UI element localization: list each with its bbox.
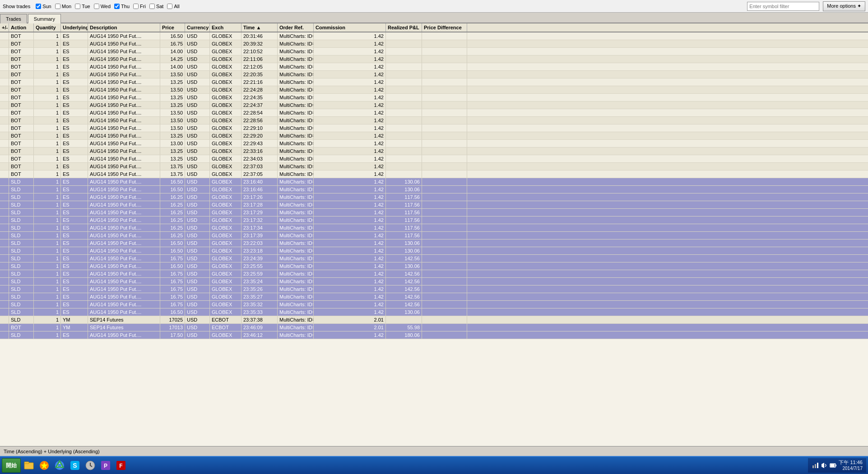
start-button[interactable]: 開始 (2, 458, 21, 473)
table-row[interactable]: SLD1ESAUG14 1950 Put Fut....16.50USDGLOB… (0, 178, 868, 186)
toolbar: Show trades Sun Mon Tue Wed Thu Fri Sat … (0, 0, 868, 13)
volume-icon (821, 462, 828, 469)
svg-rect-16 (817, 463, 818, 468)
col-order-ref[interactable]: Order Ref. (278, 23, 314, 32)
table-row[interactable]: SLD1ESAUG14 1950 Put Fut....16.25USDGLOB… (0, 201, 868, 209)
checkbox-thu[interactable]: Thu (114, 4, 130, 9)
table-row[interactable]: SLD1ESAUG14 1950 Put Fut....16.50USDGLOB… (0, 308, 868, 316)
table-row[interactable]: BOT1ESAUG14 1950 Put Fut....13.50USDGLOB… (0, 86, 868, 94)
table-row[interactable]: SLD1ESAUG14 1950 Put Fut....16.75USDGLOB… (0, 285, 868, 293)
col-price-diff[interactable]: Price Difference (422, 23, 467, 32)
data-rows-container: BOT1ESAUG14 1950 Put Fut....16.50USDGLOB… (0, 32, 868, 339)
checkbox-fri[interactable]: Fri (133, 4, 146, 9)
table-row[interactable]: SLD1ESAUG14 1950 Put Fut....16.75USDGLOB… (0, 255, 868, 262)
table-row[interactable]: BOT1ESAUG14 1950 Put Fut....13.25USDGLOB… (0, 94, 868, 101)
table-row[interactable]: BOT1ESAUG14 1950 Put Fut....13.50USDGLOB… (0, 124, 868, 132)
main-window: Show trades Sun Mon Tue Wed Thu Fri Sat … (0, 0, 868, 474)
col-realized-pnl[interactable]: Realized P&L (386, 23, 422, 32)
table-row[interactable]: BOT1ESAUG14 1950 Put Fut....13.75USDGLOB… (0, 163, 868, 170)
clock-time: 下午 11:46 (839, 459, 863, 465)
more-options-button[interactable]: More options ✦ (823, 1, 865, 11)
taskbar-icon-chrome[interactable] (52, 458, 67, 473)
table-row[interactable]: BOT1ESAUG14 1950 Put Fut....13.25USDGLOB… (0, 155, 868, 163)
system-tray: 下午 11:46 2014/7/17 (808, 458, 866, 473)
table-row[interactable]: BOT1ESAUG14 1950 Put Fut....13.50USDGLOB… (0, 117, 868, 124)
svg-rect-15 (815, 464, 816, 468)
col-description[interactable]: Description (88, 23, 160, 32)
table-row[interactable]: BOT1ESAUG14 1950 Put Fut....14.25USDGLOB… (0, 55, 868, 63)
clock: 下午 11:46 2014/7/17 (839, 459, 863, 472)
col-commission[interactable]: Commission (314, 23, 386, 32)
svg-text:F: F (119, 463, 122, 469)
table-row[interactable]: BOT1ESAUG14 1950 Put Fut....14.00USDGLOB… (0, 63, 868, 71)
status-text: Time (Ascending) + Underlying (Ascending… (4, 449, 100, 454)
show-trades-label: Show trades (3, 4, 30, 9)
table-row[interactable]: BOT1ESAUG14 1950 Put Fut....16.75USDGLOB… (0, 40, 868, 48)
table-row[interactable]: SLD1ESAUG14 1950 Put Fut....16.25USDGLOB… (0, 209, 868, 216)
table-row[interactable]: SLD1ESAUG14 1950 Put Fut....16.75USDGLOB… (0, 293, 868, 301)
table-row[interactable]: BOT1ESAUG14 1950 Put Fut....13.25USDGLOB… (0, 147, 868, 155)
checkbox-all[interactable]: All (167, 4, 179, 9)
table-row[interactable]: SLD1ESAUG14 1950 Put Fut....16.25USDGLOB… (0, 224, 868, 232)
table-row[interactable]: SLD1ESAUG14 1950 Put Fut....16.25USDGLOB… (0, 232, 868, 239)
table-row[interactable]: BOT1ESAUG14 1950 Put Fut....13.25USDGLOB… (0, 101, 868, 109)
table-row[interactable]: BOT1ESAUG14 1950 Put Fut....13.25USDGLOB… (0, 132, 868, 140)
col-toggle[interactable]: +/- (0, 23, 9, 32)
table-row[interactable]: SLD1ESAUG14 1950 Put Fut....16.50USDGLOB… (0, 247, 868, 255)
table-row[interactable]: SLD1YMSEP14 Futures17025USDECBOT23:37:38… (0, 316, 868, 324)
col-exch[interactable]: Exch (210, 23, 241, 32)
taskbar-icon-folder[interactable] (22, 458, 36, 473)
col-price[interactable]: Price (160, 23, 185, 32)
table-row[interactable]: BOT1YMSEP14 Futures17013USDECBOT23:46:09… (0, 324, 868, 331)
table-row[interactable]: SLD1ESAUG14 1950 Put Fut....16.25USDGLOB… (0, 216, 868, 224)
battery-icon (830, 462, 837, 469)
col-time[interactable]: Time ▲ (241, 23, 278, 32)
svg-rect-14 (812, 465, 814, 468)
svg-marker-17 (822, 463, 824, 468)
tray-icons (812, 462, 837, 469)
table-row[interactable]: BOT1ESAUG14 1950 Put Fut....13.25USDGLOB… (0, 78, 868, 86)
checkbox-sun[interactable]: Sun (36, 4, 51, 9)
col-underlying[interactable]: Underlying ▲ (61, 23, 88, 32)
table-row[interactable]: SLD1ESAUG14 1950 Put Fut....16.75USDGLOB… (0, 270, 868, 278)
checkbox-mon[interactable]: Mon (55, 4, 71, 9)
table-row[interactable]: BOT1ESAUG14 1950 Put Fut....14.00USDGLOB… (0, 48, 868, 55)
table-row[interactable]: SLD1ESAUG14 1950 Put Fut....16.50USDGLOB… (0, 262, 868, 270)
table-row[interactable]: SLD1ESAUG14 1950 Put Fut....17.50USDGLOB… (0, 331, 868, 339)
table-row[interactable]: SLD1ESAUG14 1950 Put Fut....16.50USDGLOB… (0, 239, 868, 247)
column-headers: +/- Action Quantity Underlying ▲ Descrip… (0, 23, 868, 32)
table-area: +/- Action Quantity Underlying ▲ Descrip… (0, 23, 868, 446)
clock-date: 2014/7/17 (839, 465, 863, 472)
taskbar-icon-clock[interactable] (83, 458, 97, 473)
taskbar-icon-orange[interactable] (37, 458, 51, 473)
table-row[interactable]: SLD1ESAUG14 1950 Put Fut....16.75USDGLOB… (0, 278, 868, 285)
svg-text:S: S (73, 462, 77, 469)
taskbar: 開始 S (0, 456, 868, 474)
table-row[interactable]: BOT1ESAUG14 1950 Put Fut....16.50USDGLOB… (0, 32, 868, 40)
checkbox-tue[interactable]: Tue (75, 4, 90, 9)
col-quantity[interactable]: Quantity (34, 23, 61, 32)
tab-trades[interactable]: Trades (0, 14, 27, 23)
col-currency[interactable]: Currency (185, 23, 210, 32)
table-row[interactable]: BOT1ESAUG14 1950 Put Fut....13.00USDGLOB… (0, 140, 868, 147)
table-row[interactable]: BOT1ESAUG14 1950 Put Fut....13.50USDGLOB… (0, 109, 868, 117)
symbol-filter-input[interactable] (747, 2, 819, 11)
svg-text:P: P (104, 463, 107, 469)
network-icon (812, 462, 819, 469)
table-row[interactable]: BOT1ESAUG14 1950 Put Fut....13.50USDGLOB… (0, 71, 868, 78)
checkbox-sat[interactable]: Sat (149, 4, 164, 9)
tabs: Trades Summary (0, 13, 868, 23)
table-row[interactable]: SLD1ESAUG14 1950 Put Fut....16.75USDGLOB… (0, 301, 868, 308)
svg-rect-1 (24, 462, 29, 464)
taskbar-icon-purple[interactable]: P (98, 458, 113, 473)
col-action[interactable]: Action (9, 23, 34, 32)
taskbar-icon-skype[interactable]: S (68, 458, 82, 473)
svg-rect-20 (831, 464, 835, 467)
table-row[interactable]: SLD1ESAUG14 1950 Put Fut....16.50USDGLOB… (0, 186, 868, 193)
table-row[interactable]: SLD1ESAUG14 1950 Put Fut....16.25USDGLOB… (0, 193, 868, 201)
taskbar-icon-red[interactable]: F (114, 458, 128, 473)
svg-rect-19 (836, 465, 836, 466)
table-row[interactable]: BOT1ESAUG14 1950 Put Fut....13.75USDGLOB… (0, 170, 868, 178)
tab-summary[interactable]: Summary (28, 14, 61, 23)
checkbox-wed[interactable]: Wed (94, 4, 111, 9)
